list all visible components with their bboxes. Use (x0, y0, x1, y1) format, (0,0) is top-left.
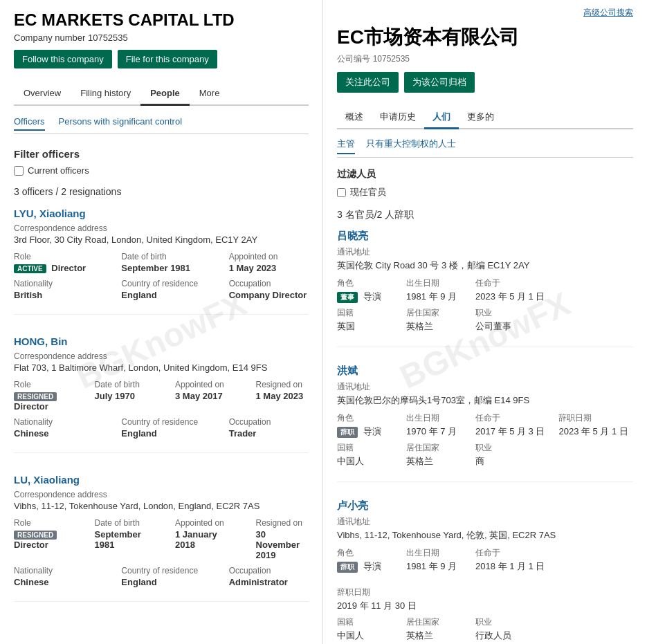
subtab-officers[interactable]: Officers (14, 116, 45, 131)
address-value-lyu: 3rd Floor, 30 City Road, London, United … (14, 234, 309, 245)
appointed-col-hong: Appointed on 3 May 2017 (175, 380, 228, 412)
role-text-lyu: Director (51, 263, 86, 273)
zh-current-officers-checkbox[interactable] (337, 188, 346, 197)
current-officers-filter[interactable]: Current officers (14, 165, 309, 176)
dob-value-hong: July 1970 (95, 391, 148, 401)
zh-file-button[interactable]: 为该公司归档 (404, 72, 475, 93)
company-title: EC MARKETS CAPITAL LTD (14, 10, 309, 30)
zh-officer-name-lyu[interactable]: 吕晓亮 (337, 230, 633, 243)
zh-role-row-lyu: 角色 董事 导演 出生日期 1981 年 9 月 任命于 2023 年 5 月 … (337, 277, 633, 303)
main-tabs: Overview Filing history People More (14, 82, 309, 106)
occ-label-lyu: Occupation (229, 279, 309, 288)
zh-officer-name-lu[interactable]: 卢小亮 (337, 499, 633, 513)
zh-officer-card-hong: 洪斌 通讯地址 英国伦敦巴尔的摩码头1号703室，邮编 E14 9FS 角色 辞… (337, 365, 633, 482)
dob-col-lyu: Date of birth September 1981 (121, 252, 201, 273)
res-col-lu: Country of residence England (121, 566, 201, 587)
left-panel: BGKnowFX EC MARKETS CAPITAL LTD Company … (0, 0, 323, 644)
tab-filing-history[interactable]: Filing history (71, 82, 140, 106)
nat-col-lu: Nationality Chinese (14, 566, 93, 587)
role-label-hong: Role (14, 380, 67, 389)
appointed-value-lyu: 1 May 2023 (229, 263, 309, 273)
nat-col-lyu: Nationality British (14, 279, 93, 300)
badge-resigned-hong: RESIGNED (14, 392, 57, 401)
zh-tab-more[interactable]: 更多的 (459, 107, 502, 129)
role-text-lu: Director (14, 540, 48, 550)
officer-card-lyu: LYU, Xiaoliang Correspondence address 3r… (14, 208, 309, 315)
sub-tabs: Officers Persons with significant contro… (14, 116, 309, 134)
zh-company-title: EC市场资本有限公司 (337, 24, 633, 50)
role-row-lyu: Role ACTIVE Director Date of birth Septe… (14, 252, 309, 273)
res-col-hong: Country of residence England (121, 417, 201, 439)
zh-tab-people[interactable]: 人们 (424, 107, 459, 129)
current-officers-checkbox[interactable] (14, 166, 24, 176)
dob-col-lu: Date of birth September 1981 (95, 518, 148, 560)
officers-count: 3 officers / 2 resignations (14, 186, 309, 197)
dob-label-hong: Date of birth (95, 380, 148, 389)
current-officers-label: Current officers (28, 165, 89, 176)
nat-value-lyu: British (14, 290, 93, 300)
zh-follow-button[interactable]: 关注此公司 (337, 72, 399, 93)
address-label-hong: Correspondence address (14, 351, 309, 361)
appointed-label-lyu: Appointed on (229, 252, 309, 261)
address-value-lu: Vibhs, 11-12, Tokenhouse Yard, London, E… (14, 501, 309, 511)
nat-row-lu: Nationality Chinese Country of residence… (14, 566, 309, 587)
officer-name-lu[interactable]: LU, Xiaoliang (14, 474, 80, 486)
zh-number-value: 10752535 (373, 54, 410, 64)
badge-active-lyu: ACTIVE (14, 264, 46, 273)
role-row-hong: Role RESIGNED Director Date of birth Jul… (14, 380, 309, 412)
resigned-col-lu: Resigned on 30 November 2019 (256, 518, 309, 560)
zh-current-officers-label: 现任官员 (350, 186, 386, 199)
appointed-col-lyu: Appointed on 1 May 2023 (229, 252, 309, 273)
zh-officers-count: 3 名官员/2 人辞职 (337, 209, 633, 221)
zh-role-row-hong: 角色 辞职 导演 出生日期 1970 年 7 月 任命于 2017 年 5 月 … (337, 412, 633, 438)
officer-name-hong[interactable]: HONG, Bin (14, 335, 68, 347)
appointed-col-lu: Appointed on 1 January 2018 (175, 518, 228, 560)
follow-button[interactable]: Follow this company (14, 50, 112, 68)
zh-company-number: 公司编号 10752535 (337, 53, 633, 65)
zh-nat-row-hong: 国籍 中国人 居住国家 英格兰 职业 商 (337, 442, 633, 468)
nat-row-hong: Nationality Chinese Country of residence… (14, 417, 309, 439)
zh-officer-name-hong[interactable]: 洪斌 (337, 365, 633, 378)
nat-col-hong: Nationality Chinese (14, 417, 93, 439)
role-value-hong: RESIGNED Director (14, 391, 67, 412)
tab-more[interactable]: More (190, 82, 230, 106)
zh-badge-resigned-lu: 辞职 (337, 562, 358, 573)
tab-overview[interactable]: Overview (14, 82, 71, 106)
address-value-hong: Flat 703, 1 Baltimore Wharf, London, Uni… (14, 362, 309, 373)
zh-role-row-lu: 角色 辞职 导演 出生日期 1981 年 9 月 任命于 2018 年 1 月 … (337, 547, 633, 612)
role-value-lu: RESIGNED Director (14, 529, 67, 550)
zh-current-officers-filter[interactable]: 现任官员 (337, 186, 633, 199)
zh-filter-section: 过滤人员 现任官员 (337, 168, 633, 199)
advanced-search-link[interactable]: 高级公司搜索 (337, 7, 633, 19)
officer-name-lyu[interactable]: LYU, Xiaoliang (14, 208, 86, 219)
occ-value-lyu: Company Director (229, 290, 309, 300)
right-panel: BGKnowFX 高级公司搜索 EC市场资本有限公司 公司编号 10752535… (323, 0, 647, 644)
action-buttons: Follow this company File for this compan… (14, 50, 309, 68)
nat-row-lyu: Nationality British Country of residence… (14, 279, 309, 300)
company-number: Company number 10752535 (14, 33, 309, 43)
zh-badge-active-lyu: 董事 (337, 292, 358, 303)
zh-tab-overview[interactable]: 概述 (337, 107, 372, 129)
dob-value-lyu: September 1981 (121, 263, 201, 273)
badge-resigned-lu: RESIGNED (14, 531, 57, 540)
zh-action-buttons: 关注此公司 为该公司归档 (337, 72, 633, 93)
filter-title: Filter officers (14, 148, 309, 160)
nat-label-lyu: Nationality (14, 279, 93, 288)
zh-badge-resigned-hong: 辞职 (337, 427, 358, 438)
company-number-label: Company number (14, 33, 85, 43)
zh-subtab-officers[interactable]: 主管 (337, 138, 355, 154)
tab-people[interactable]: People (140, 82, 190, 106)
role-col-lu: Role RESIGNED Director (14, 518, 67, 560)
role-col-lyu: Role ACTIVE Director (14, 252, 93, 273)
dob-col-hong: Date of birth July 1970 (95, 380, 148, 412)
zh-filter-title: 过滤人员 (337, 168, 633, 181)
resigned-col-hong: Resigned on 1 May 2023 (256, 380, 309, 412)
zh-subtab-psc[interactable]: 只有重大控制权的人士 (366, 138, 456, 154)
res-col-lyu: Country of residence England (121, 279, 201, 300)
zh-tab-filing[interactable]: 申请历史 (372, 107, 424, 129)
file-button[interactable]: File for this company (118, 50, 217, 68)
subtab-psc[interactable]: Persons with significant control (59, 116, 182, 131)
resigned-label-hong: Resigned on (256, 380, 309, 389)
address-label-lyu: Correspondence address (14, 223, 309, 233)
dob-label-lyu: Date of birth (121, 252, 201, 261)
